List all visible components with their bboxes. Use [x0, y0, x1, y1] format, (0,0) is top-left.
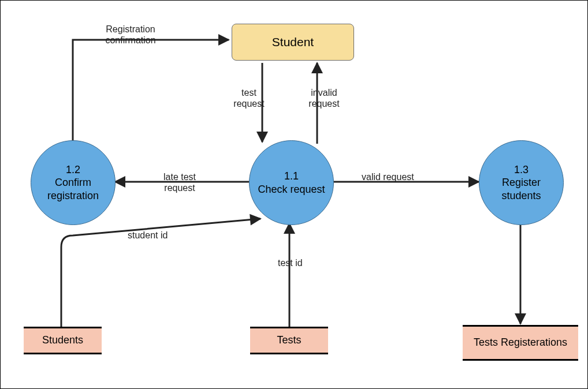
store-test-regs-label: Tests Registerations: [474, 336, 567, 349]
process-register-students: 1.3 Register students: [479, 140, 564, 225]
process-confirm-registration: 1.2 Confirm registration: [31, 140, 116, 225]
edge-reg-confirmation: [73, 40, 229, 142]
process-confirm-id: 1.2: [66, 163, 80, 177]
label-valid-request: valid request: [362, 171, 414, 182]
store-students-label: Students: [42, 334, 83, 347]
entity-student: Student: [232, 24, 354, 61]
label-test-id: test id: [278, 257, 303, 268]
process-register-name: Register students: [487, 176, 556, 202]
label-reg-confirmation: Registration confirmation: [99, 24, 162, 46]
process-check-request: 1.1 Check request: [249, 140, 334, 225]
store-tests-label: Tests: [277, 334, 301, 347]
dfd-canvas: Student 1.2 Confirm registration 1.1 Che…: [0, 0, 588, 389]
process-check-id: 1.1: [284, 170, 299, 183]
store-students: Students: [24, 328, 102, 353]
store-tests: Tests: [250, 328, 328, 353]
label-invalid-request: invalid request: [304, 87, 344, 109]
label-test-request: test request: [229, 87, 269, 109]
process-check-name: Check request: [258, 183, 325, 196]
process-register-id: 1.3: [514, 163, 529, 177]
entity-student-label: Student: [272, 35, 314, 49]
label-student-id: student id: [128, 230, 168, 241]
label-late-test-request: late test request: [157, 171, 203, 193]
store-test-regs: Tests Registerations: [463, 327, 578, 359]
process-confirm-name: Confirm registration: [39, 176, 108, 202]
